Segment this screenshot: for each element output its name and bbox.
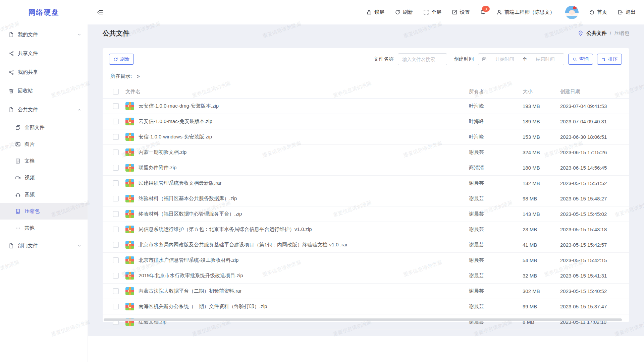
sidebar-item-图片[interactable]: 图片 [0, 136, 88, 153]
filename-search-input[interactable] [398, 53, 447, 65]
archive-file-icon [125, 256, 134, 264]
table-row[interactable]: 红会文档.zip 谢晨芸 8 MB 2023-05-11 17:02:10 [103, 314, 629, 330]
file-owner: 商清清 [469, 165, 523, 171]
table-row[interactable]: 云安信-1.0.0-mac-免安装版本.zip 叶海峰 189 MB 2023-… [103, 114, 629, 129]
settings-button[interactable]: 设置 [452, 9, 470, 15]
video-icon [15, 175, 21, 181]
home-button[interactable]: 首页 [589, 9, 607, 15]
table-row[interactable]: 云安信-1.0.0-mac-dmg-安装版本.zip 叶海峰 193 MB 20… [103, 99, 629, 114]
date-range-picker[interactable]: 开始时间 至 结束时间 [478, 53, 564, 65]
sidebar-collapse-button[interactable] [97, 9, 103, 15]
file-table: 文件名 所有者 大小 创建日期 云安信-1.0.0-mac-dmg-安装版本.z… [103, 85, 629, 330]
sidebar-item-文档[interactable]: 文档 [0, 153, 88, 169]
user-avatar[interactable] [565, 6, 579, 19]
table-row[interactable]: 终验材料（福田区基本公共服务数据库）.zip 谢晨芸 98 MB 2023-05… [103, 191, 629, 206]
row-checkbox[interactable] [113, 149, 119, 155]
file-owner: 谢晨芸 [469, 149, 523, 156]
row-checkbox[interactable] [113, 180, 119, 186]
sidebar-item-其他[interactable]: 其他 [0, 220, 88, 236]
sort-button[interactable]: 排序 [597, 54, 622, 65]
table-row[interactable]: 南海区机关新办公系统（二期）文件资料（终验打印）.zip 谢晨芸 99 MB 2… [103, 299, 629, 314]
row-checkbox[interactable] [113, 103, 119, 109]
file-name: 内蒙古法院大数据平台（二期）初验前资料.rar [139, 288, 242, 294]
horizontal-scrollbar[interactable] [104, 318, 622, 321]
created-time-label: 创建时间 [454, 56, 474, 62]
more-icon [15, 225, 21, 231]
archive-file-icon [125, 272, 134, 280]
file-created-date: 2023-05-15 15:42:57 [560, 242, 623, 248]
file-created-date: 2023-06-15 17:15:26 [560, 149, 623, 155]
fullscreen-button[interactable]: 全屏 [423, 9, 441, 15]
sidebar-item-全部文件[interactable]: 全部文件 [0, 119, 88, 136]
breadcrumb-root[interactable]: 公共文件 [587, 30, 607, 37]
notification-badge: 3 [482, 6, 490, 12]
logout-button[interactable]: 退出 [618, 9, 636, 15]
query-button[interactable]: 查询 [568, 54, 593, 65]
table-body: 云安信-1.0.0-mac-dmg-安装版本.zip 叶海峰 193 MB 20… [103, 99, 629, 330]
row-checkbox[interactable] [113, 242, 119, 248]
sort-icon [601, 57, 606, 62]
archive-file-icon [125, 287, 134, 295]
row-checkbox[interactable] [113, 227, 119, 232]
sidebar-item-我的文件[interactable]: 我的文件 [0, 25, 88, 44]
table-row[interactable]: 北京市排水户信息管理系统-竣工验收材料.zip 谢晨芸 54 MB 2023-0… [103, 253, 629, 268]
refresh-list-button[interactable]: 刷新 [109, 54, 134, 65]
file-created-date: 2023-05-15 15:48:27 [560, 196, 623, 201]
top-tools: 锁屏 刷新 全屏 设置 3 前端工程师（陈思文） 首页 [366, 6, 636, 19]
chevron-down-icon [77, 33, 82, 37]
row-checkbox[interactable] [113, 211, 119, 217]
file-created-date: 2023-05-15 15:41:31 [560, 273, 623, 279]
column-owner: 所有者 [469, 88, 523, 95]
row-checkbox[interactable] [113, 288, 119, 294]
archive-file-icon [125, 210, 134, 218]
file-created-date: 2023-06-15 14:56:45 [560, 165, 623, 171]
sidebar-item-回收站[interactable]: 回收站 [0, 81, 88, 100]
top-bar: 锁屏 刷新 全屏 设置 3 前端工程师（陈思文） 首页 [88, 0, 644, 24]
table-row[interactable]: 民建组织管理系统验收文档最新版.rar 谢晨芸 132 MB 2023-05-1… [103, 176, 629, 191]
fold-icon [97, 9, 103, 15]
sidebar-item-公共文件[interactable]: 公共文件 [0, 100, 88, 119]
table-row[interactable]: 北京市水务局内网改版及公共服务基础平台建设项目（第1包：内网改版）终验验文档-v… [103, 237, 629, 253]
table-row[interactable]: 终验材料（福田区数据中心管理服务平台）.zip 谢晨芸 143 MB 2023-… [103, 206, 629, 222]
sidebar-item-共享文件[interactable]: 共享文件 [0, 44, 88, 63]
table-row[interactable]: 局信息系统运行维护（第五包：北京市水务局综合信息平台运行维护）v1.0.zip … [103, 222, 629, 237]
table-row[interactable]: 安信-1.0.0-windows-免安装版.zip 叶海峰 153 MB 202… [103, 129, 629, 145]
directory-separator[interactable]: > [137, 74, 140, 79]
row-checkbox[interactable] [113, 304, 119, 309]
archive-file-icon [125, 118, 134, 125]
sidebar-item-音频[interactable]: 音频 [0, 186, 88, 203]
table-row[interactable]: 内蒙一期初验文档.zip 谢晨芸 324 MB 2023-06-15 17:15… [103, 145, 629, 160]
sidebar-item-视频[interactable]: 视频 [0, 169, 88, 186]
table-row[interactable]: 内蒙古法院大数据平台（二期）初验前资料.rar 谢晨芸 302 MB 2023-… [103, 284, 629, 299]
page-bottom-strip [88, 336, 644, 362]
row-checkbox[interactable] [113, 257, 119, 263]
file-created-date: 2023-05-15 15:37:47 [560, 304, 623, 309]
table-row[interactable]: 联盟办件附件.zip 商清清 180 MB 2023-06-15 14:56:4… [103, 160, 629, 176]
notifications-button[interactable]: 3 [480, 9, 486, 15]
page-title: 公共文件 [103, 29, 129, 38]
lock-screen-button[interactable]: 锁屏 [366, 9, 384, 15]
current-user[interactable]: 前端工程师（陈思文） [496, 9, 555, 15]
file-name: 终验材料（福田区基本公共服务数据库）.zip [139, 195, 237, 202]
page-header: 公共文件 公共文件 / 压缩包 [88, 24, 644, 42]
file-owner: 谢晨芸 [469, 242, 523, 248]
archive-file-icon [125, 164, 134, 172]
select-all-checkbox[interactable] [113, 89, 119, 95]
table-row[interactable]: 2019年北京市水行政审批系统升级改造项目.zip 谢晨芸 32 MB 2023… [103, 268, 629, 284]
card-toolbar: 刷新 文件名称 创建时间 开始时间 至 结束时间 查询 [103, 48, 629, 65]
share-icon [8, 51, 14, 56]
file-size: 153 MB [523, 134, 560, 140]
main-area: 公共文件 公共文件 / 压缩包 刷新 文件名称 创建时间 [88, 24, 644, 336]
sidebar-item-部门文件[interactable]: 部门文件 [0, 236, 88, 255]
row-checkbox[interactable] [113, 196, 119, 201]
refresh-page-button[interactable]: 刷新 [395, 9, 413, 15]
search-icon [573, 57, 577, 62]
row-checkbox[interactable] [113, 119, 119, 124]
sidebar-item-压缩包[interactable]: 压缩包 [0, 203, 88, 220]
column-filename: 文件名 [125, 88, 469, 95]
file-size: 23 MB [523, 227, 560, 232]
row-checkbox[interactable] [113, 134, 119, 140]
sidebar-item-我的共享[interactable]: 我的共享 [0, 63, 88, 81]
row-checkbox[interactable] [113, 273, 119, 279]
row-checkbox[interactable] [113, 165, 119, 171]
